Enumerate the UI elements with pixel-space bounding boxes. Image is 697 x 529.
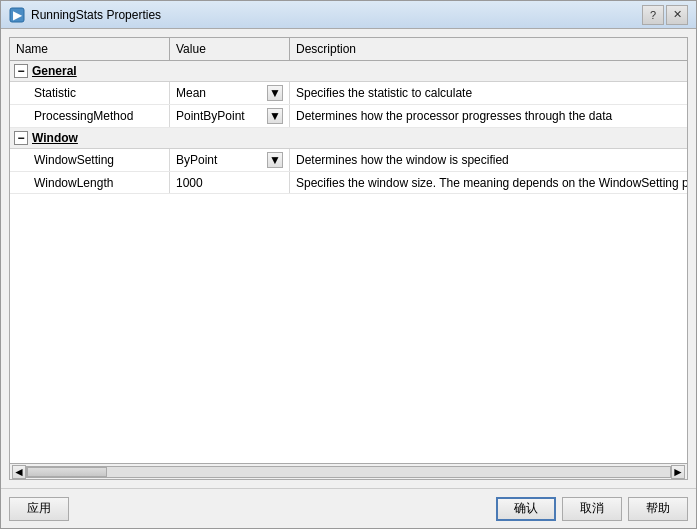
processingmethod-value-cell[interactable]: PointByPoint ▼ [170, 105, 290, 127]
general-toggle-icon: − [17, 64, 24, 78]
windowlength-value: 1000 [176, 176, 283, 190]
processingmethod-name-cell: ProcessingMethod [10, 105, 170, 127]
title-bar-left: ▶ RunningStats Properties [9, 7, 161, 23]
left-arrow-icon: ◄ [13, 465, 25, 479]
statistic-description: Specifies the statistic to calculate [296, 86, 472, 100]
window-toggle[interactable]: − [14, 131, 28, 145]
statistic-dropdown[interactable]: ▼ [267, 85, 283, 101]
windowlength-description: Specifies the window size. The meaning d… [296, 176, 687, 190]
properties-grid: Name Value Description − General Statist… [9, 37, 688, 480]
processingmethod-description: Determines how the processor progresses … [296, 109, 612, 123]
title-bar: ▶ RunningStats Properties ? ✕ [1, 1, 696, 29]
dropdown-icon: ▼ [269, 153, 281, 167]
window-label: Window [32, 131, 78, 145]
windowsetting-description-cell: Determines how the window is specified [290, 149, 687, 171]
scroll-left-arrow[interactable]: ◄ [12, 465, 26, 479]
scrollbar-area: ◄ ► [10, 463, 687, 479]
group-window[interactable]: − Window [10, 128, 687, 149]
scroll-left-btn[interactable]: ◄ [12, 465, 26, 479]
statistic-value: Mean [176, 86, 265, 100]
scrollbar-thumb[interactable] [27, 467, 107, 477]
scroll-right-btn[interactable]: ► [671, 465, 685, 479]
statistic-name: Statistic [34, 86, 76, 100]
app-icon: ▶ [9, 7, 25, 23]
table-row: ProcessingMethod PointByPoint ▼ Determin… [10, 105, 687, 128]
bottom-bar: 应用 确认 取消 帮助 [1, 488, 696, 528]
main-window: ▶ RunningStats Properties ? ✕ Name Value… [0, 0, 697, 529]
windowsetting-value-cell[interactable]: ByPoint ▼ [170, 149, 290, 171]
windowlength-description-cell: Specifies the window size. The meaning d… [290, 172, 687, 193]
apply-button[interactable]: 应用 [9, 497, 69, 521]
window-toggle-icon: − [17, 131, 24, 145]
cancel-button[interactable]: 取消 [562, 497, 622, 521]
processingmethod-name: ProcessingMethod [34, 109, 133, 123]
windowsetting-name: WindowSetting [34, 153, 114, 167]
table-row: WindowSetting ByPoint ▼ Determines how t… [10, 149, 687, 172]
windowsetting-description: Determines how the window is specified [296, 153, 509, 167]
windowsetting-name-cell: WindowSetting [10, 149, 170, 171]
processingmethod-value: PointByPoint [176, 109, 265, 123]
help-button[interactable]: ? [642, 5, 664, 25]
col-header-name: Name [10, 38, 170, 60]
processingmethod-dropdown[interactable]: ▼ [267, 108, 283, 124]
statistic-name-cell: Statistic [10, 82, 170, 104]
table-row: WindowLength 1000 Specifies the window s… [10, 172, 687, 194]
general-label: General [32, 64, 77, 78]
scroll-right-arrow[interactable]: ► [671, 465, 685, 479]
grid-header: Name Value Description [10, 38, 687, 61]
group-general[interactable]: − General [10, 61, 687, 82]
col-header-value: Value [170, 38, 290, 60]
dropdown-icon: ▼ [269, 109, 281, 123]
content-area: Name Value Description − General Statist… [1, 29, 696, 488]
svg-text:▶: ▶ [13, 8, 23, 22]
general-toggle[interactable]: − [14, 64, 28, 78]
horizontal-scrollbar[interactable] [26, 466, 671, 478]
table-row: Statistic Mean ▼ Specifies the statistic… [10, 82, 687, 105]
windowsetting-dropdown[interactable]: ▼ [267, 152, 283, 168]
right-arrow-icon: ► [672, 465, 684, 479]
statistic-description-cell: Specifies the statistic to calculate [290, 82, 687, 104]
close-button[interactable]: ✕ [666, 5, 688, 25]
title-bar-controls: ? ✕ [642, 5, 688, 25]
help-footer-button[interactable]: 帮助 [628, 497, 688, 521]
windowsetting-value: ByPoint [176, 153, 265, 167]
confirm-button[interactable]: 确认 [496, 497, 556, 521]
dropdown-icon: ▼ [269, 86, 281, 100]
col-header-description: Description [290, 38, 687, 60]
grid-body: − General Statistic Mean ▼ [10, 61, 687, 463]
windowlength-name-cell: WindowLength [10, 172, 170, 193]
windowlength-value-cell[interactable]: 1000 [170, 172, 290, 193]
statistic-value-cell[interactable]: Mean ▼ [170, 82, 290, 104]
windowlength-name: WindowLength [34, 176, 113, 190]
window-title: RunningStats Properties [31, 8, 161, 22]
processingmethod-description-cell: Determines how the processor progresses … [290, 105, 687, 127]
